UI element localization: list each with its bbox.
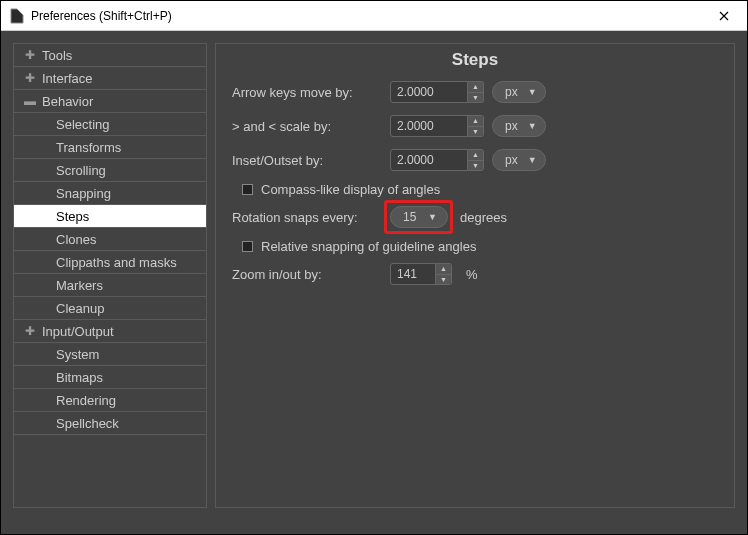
arrow-keys-unit-select[interactable]: px ▼: [492, 81, 546, 103]
scale-label: > and < scale by:: [232, 119, 390, 134]
rotation-value: 15: [403, 210, 416, 224]
minus-icon: ▬: [24, 94, 36, 108]
sidebar-item-label: Cleanup: [56, 301, 104, 316]
triangle-down-icon: ▼: [528, 121, 537, 131]
sidebar-item-spellcheck[interactable]: Spellcheck: [14, 412, 206, 435]
zoom-suffix: %: [466, 267, 478, 282]
sidebar-item-interface[interactable]: ✚ Interface: [14, 67, 206, 90]
sidebar-item-label: Rendering: [56, 393, 116, 408]
sidebar-item-io[interactable]: ✚ Input/Output: [14, 320, 206, 343]
sidebar-item-label: Bitmaps: [56, 370, 103, 385]
zoom-label: Zoom in/out by:: [232, 267, 390, 282]
checkbox-icon[interactable]: [242, 184, 253, 195]
sidebar-item-scrolling[interactable]: Scrolling: [14, 159, 206, 182]
close-button[interactable]: [709, 1, 739, 31]
chevron-down-icon[interactable]: ▼: [468, 127, 483, 137]
sidebar-item-transforms[interactable]: Transforms: [14, 136, 206, 159]
titlebar: Preferences (Shift+Ctrl+P): [1, 1, 747, 31]
sidebar-item-label: Markers: [56, 278, 103, 293]
sidebar-item-label: Spellcheck: [56, 416, 119, 431]
chevron-up-icon[interactable]: ▲: [468, 150, 483, 161]
rotation-select[interactable]: 15 ▼: [390, 206, 448, 228]
sidebar-item-label: Steps: [56, 209, 89, 224]
sidebar-item-snapping[interactable]: Snapping: [14, 182, 206, 205]
sidebar-item-bitmaps[interactable]: Bitmaps: [14, 366, 206, 389]
plus-icon: ✚: [24, 324, 36, 338]
zoom-spinner[interactable]: ▲ ▼: [436, 263, 452, 285]
sidebar-item-behavior[interactable]: ▬ Behavior: [14, 90, 206, 113]
sidebar-item-label: Clones: [56, 232, 96, 247]
scale-unit-select[interactable]: px ▼: [492, 115, 546, 137]
content-area: ✚ Tools ✚ Interface ▬ Behavior Selecting…: [1, 31, 747, 534]
arrow-keys-label: Arrow keys move by:: [232, 85, 390, 100]
rotation-row: Rotation snaps every: 15 ▼ degrees: [232, 205, 718, 229]
compass-label: Compass-like display of angles: [261, 182, 440, 197]
rotation-suffix: degrees: [460, 210, 507, 225]
inset-label: Inset/Outset by:: [232, 153, 390, 168]
unit-label: px: [505, 119, 518, 133]
form: Arrow keys move by: 2.0000 ▲ ▼ px ▼ > an…: [216, 80, 734, 286]
sidebar-item-markers[interactable]: Markers: [14, 274, 206, 297]
panel-title: Steps: [216, 44, 734, 80]
sidebar-item-label: Input/Output: [42, 324, 114, 339]
sidebar-item-system[interactable]: System: [14, 343, 206, 366]
plus-icon: ✚: [24, 48, 36, 62]
relative-snap-checkbox-row[interactable]: Relative snapping of guideline angles: [232, 239, 718, 254]
sidebar-item-selecting[interactable]: Selecting: [14, 113, 206, 136]
window-title: Preferences (Shift+Ctrl+P): [31, 9, 709, 23]
plus-icon: ✚: [24, 71, 36, 85]
sidebar-item-cleanup[interactable]: Cleanup: [14, 297, 206, 320]
arrow-keys-spinner[interactable]: ▲ ▼: [468, 81, 484, 103]
arrow-keys-row: Arrow keys move by: 2.0000 ▲ ▼ px ▼: [232, 80, 718, 104]
sidebar-item-label: Selecting: [56, 117, 109, 132]
sidebar-item-tools[interactable]: ✚ Tools: [14, 44, 206, 67]
zoom-row: Zoom in/out by: 141 ▲ ▼ %: [232, 262, 718, 286]
sidebar-item-label: Scrolling: [56, 163, 106, 178]
chevron-down-icon[interactable]: ▼: [468, 161, 483, 171]
rotation-label: Rotation snaps every:: [232, 210, 390, 225]
sidebar-item-label: System: [56, 347, 99, 362]
scale-row: > and < scale by: 2.0000 ▲ ▼ px ▼: [232, 114, 718, 138]
relative-snap-label: Relative snapping of guideline angles: [261, 239, 476, 254]
sidebar-item-clippaths[interactable]: Clippaths and masks: [14, 251, 206, 274]
zoom-input[interactable]: 141: [390, 263, 436, 285]
sidebar-item-clones[interactable]: Clones: [14, 228, 206, 251]
app-icon: [9, 8, 25, 24]
chevron-down-icon[interactable]: ▼: [468, 93, 483, 103]
sidebar-item-label: Behavior: [42, 94, 93, 109]
checkbox-icon[interactable]: [242, 241, 253, 252]
arrow-keys-input[interactable]: 2.0000: [390, 81, 468, 103]
sidebar-item-label: Transforms: [56, 140, 121, 155]
main-panel: Steps Arrow keys move by: 2.0000 ▲ ▼ px …: [215, 43, 735, 508]
chevron-up-icon[interactable]: ▲: [436, 264, 451, 275]
sidebar-item-label: Interface: [42, 71, 93, 86]
inset-unit-select[interactable]: px ▼: [492, 149, 546, 171]
unit-label: px: [505, 153, 518, 167]
inset-input[interactable]: 2.0000: [390, 149, 468, 171]
triangle-down-icon: ▼: [428, 212, 437, 222]
sidebar: ✚ Tools ✚ Interface ▬ Behavior Selecting…: [13, 43, 207, 508]
chevron-up-icon[interactable]: ▲: [468, 82, 483, 93]
chevron-up-icon[interactable]: ▲: [468, 116, 483, 127]
triangle-down-icon: ▼: [528, 87, 537, 97]
inset-row: Inset/Outset by: 2.0000 ▲ ▼ px ▼: [232, 148, 718, 172]
compass-checkbox-row[interactable]: Compass-like display of angles: [232, 182, 718, 197]
scale-input[interactable]: 2.0000: [390, 115, 468, 137]
chevron-down-icon[interactable]: ▼: [436, 275, 451, 285]
scale-spinner[interactable]: ▲ ▼: [468, 115, 484, 137]
sidebar-item-label: Clippaths and masks: [56, 255, 177, 270]
sidebar-item-steps[interactable]: Steps: [14, 205, 206, 228]
sidebar-item-rendering[interactable]: Rendering: [14, 389, 206, 412]
triangle-down-icon: ▼: [528, 155, 537, 165]
sidebar-item-label: Snapping: [56, 186, 111, 201]
sidebar-item-label: Tools: [42, 48, 72, 63]
unit-label: px: [505, 85, 518, 99]
inset-spinner[interactable]: ▲ ▼: [468, 149, 484, 171]
